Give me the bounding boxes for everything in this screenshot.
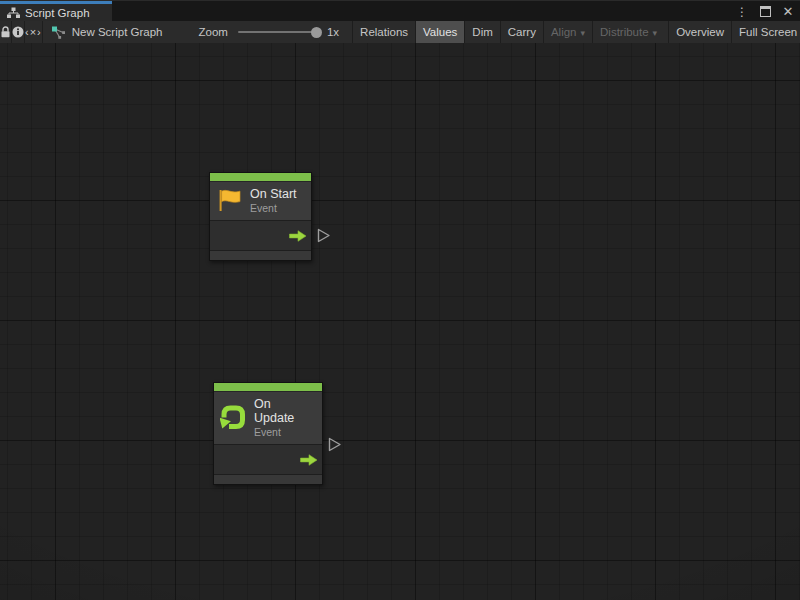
- window-controls: ⋮ ✕: [734, 1, 796, 22]
- align-dropdown: Align ▾: [543, 21, 592, 43]
- control-output-arrow-icon[interactable]: [289, 229, 307, 242]
- tab-strip: Script Graph ⋮ ✕: [0, 0, 800, 22]
- align-label: Align: [551, 26, 577, 38]
- node-on-start[interactable]: On Start Event: [209, 172, 312, 261]
- info-icon: [12, 26, 24, 38]
- node-port-row: [214, 444, 322, 474]
- node-title: On Update: [254, 397, 314, 425]
- node-accent-bar: [210, 173, 311, 181]
- node-port-row: [210, 220, 311, 250]
- node-header: On Update Event: [214, 391, 322, 444]
- carry-toggle[interactable]: Carry: [500, 21, 543, 43]
- loop-icon: [220, 404, 247, 431]
- node-title: On Start: [250, 187, 297, 201]
- dim-toggle[interactable]: Dim: [464, 21, 499, 43]
- node-subtitle: Event: [250, 202, 297, 214]
- tab-title: Script Graph: [25, 7, 90, 19]
- distribute-label: Distribute: [600, 26, 649, 38]
- flag-icon: [216, 187, 243, 214]
- output-port-triangle[interactable]: [317, 228, 331, 243]
- window-menu-button[interactable]: ⋮: [734, 4, 750, 20]
- maximize-button[interactable]: [757, 4, 773, 20]
- lock-button[interactable]: [0, 21, 12, 43]
- chevron-down-icon: ▾: [581, 28, 586, 38]
- node-header: On Start Event: [210, 181, 311, 220]
- overview-button[interactable]: Overview: [668, 21, 731, 43]
- overview-label: Overview: [676, 26, 724, 38]
- zoom-control: Zoom 1x: [199, 21, 340, 43]
- fullscreen-button[interactable]: Full Screen: [731, 21, 800, 43]
- carry-label: Carry: [508, 26, 536, 38]
- distribute-dropdown: Distribute ▾: [592, 21, 664, 43]
- values-toggle[interactable]: Values: [415, 21, 464, 43]
- node-footer: [210, 250, 311, 260]
- script-graph-asset-icon: [51, 26, 66, 39]
- maximize-icon: [760, 6, 771, 17]
- close-button[interactable]: ✕: [780, 4, 796, 20]
- zoom-label: Zoom: [199, 26, 228, 38]
- chevron-down-icon: ▾: [653, 28, 658, 38]
- graph-toolbar: ‹×› New Script Graph Zoom 1x Relati: [0, 21, 800, 44]
- graph-title: New Script Graph: [72, 26, 163, 38]
- zoom-slider[interactable]: [238, 31, 320, 33]
- node-footer: [214, 474, 322, 484]
- zoom-slider-handle[interactable]: [311, 27, 322, 38]
- control-output-arrow-icon[interactable]: [300, 453, 318, 466]
- script-graph-window: Script Graph ⋮ ✕: [0, 0, 800, 600]
- node-subtitle: Event: [254, 426, 314, 438]
- relations-toggle[interactable]: Relations: [352, 21, 415, 43]
- graph-breadcrumb[interactable]: New Script Graph: [43, 21, 163, 43]
- values-label: Values: [423, 26, 457, 38]
- dim-label: Dim: [472, 26, 492, 38]
- fullscreen-label: Full Screen: [739, 26, 797, 38]
- inspect-button[interactable]: [12, 21, 25, 43]
- zoom-value: 1x: [327, 26, 339, 38]
- lock-icon: [0, 26, 11, 38]
- output-port-triangle[interactable]: [328, 437, 342, 452]
- relations-label: Relations: [360, 26, 408, 38]
- graph-canvas[interactable]: On Start Event: [0, 43, 800, 600]
- node-on-update[interactable]: On Update Event: [213, 382, 323, 485]
- tab-script-graph[interactable]: Script Graph: [0, 1, 112, 22]
- toolbar-toggle-group: Relations Values Dim Carry Align ▾ Distr…: [352, 21, 800, 43]
- code-toggle-icon: ‹×›: [25, 26, 42, 38]
- graph-hierarchy-icon: [7, 7, 20, 19]
- code-preview-toggle[interactable]: ‹×›: [25, 21, 43, 43]
- node-accent-bar: [214, 383, 322, 391]
